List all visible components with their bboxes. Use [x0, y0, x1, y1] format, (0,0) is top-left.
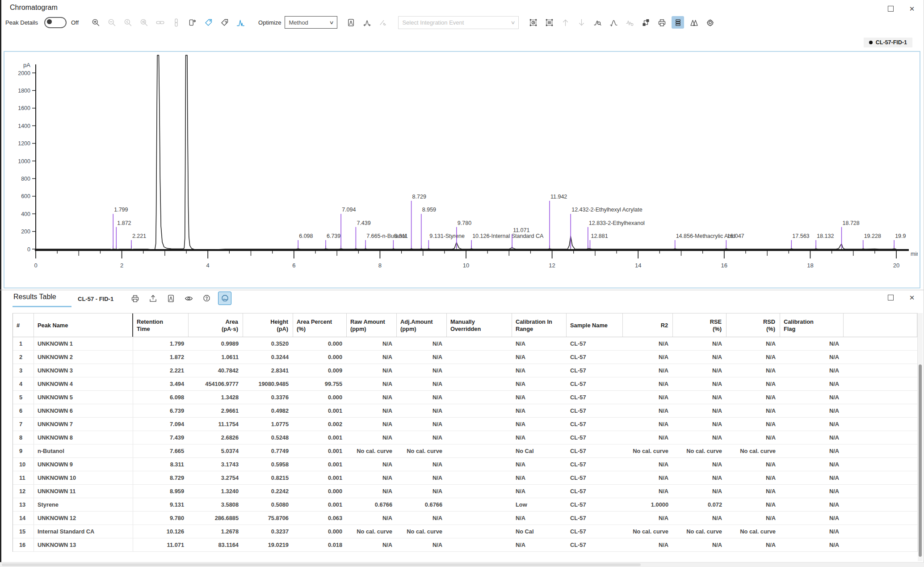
table-row[interactable]: 7UNKNOWN 77.09411.17541.07750.002N/AN/AN… — [13, 418, 917, 431]
column-header-sample-name[interactable]: Sample Name — [567, 313, 623, 337]
column-header-peak-name[interactable]: Peak Name — [34, 313, 133, 337]
table-row[interactable]: 15Internal Standard CA10.1261.26780.3237… — [13, 525, 917, 538]
table-cell: N/A — [512, 418, 567, 431]
export-icon[interactable] — [147, 292, 159, 305]
peak-marker-label: 9.780 — [458, 220, 471, 226]
table-cell: N/A — [727, 485, 780, 498]
table-cell: N/A — [512, 377, 567, 390]
tag-peaks-icon[interactable] — [202, 16, 214, 29]
table-cell: 0.3244 — [243, 351, 293, 364]
settings-gear-icon[interactable] — [704, 16, 716, 29]
column-header-adj-amount[interactable]: Adj.Amount(ppm) — [397, 313, 447, 337]
table-row[interactable]: 16UNKNOWN 1311.07183.116419.02190.018N/A… — [13, 538, 917, 552]
manual-integration-icon — [377, 16, 389, 29]
horizontal-scrollbar-thumb[interactable] — [2, 563, 641, 566]
peak-box-icon[interactable] — [164, 292, 177, 305]
table-cell: 19.0219 — [243, 538, 293, 551]
column-header-height[interactable]: Height(pA) — [243, 313, 293, 337]
peak-labels-icon[interactable] — [234, 16, 247, 29]
table-cell: UNKNOWN 7 — [34, 418, 133, 431]
table-row[interactable]: 14UNKNOWN 129.780286.688575.87060.063N/A… — [13, 512, 917, 525]
table-row[interactable]: 5UNKNOWN 56.0981.34280.33760.000N/AN/AN/… — [13, 391, 917, 404]
table-cell: N/A — [512, 431, 567, 444]
tag-settings-icon[interactable] — [218, 16, 231, 29]
table-row[interactable]: 12UNKNOWN 118.9591.32400.22420.000N/AN/A… — [13, 485, 917, 498]
integration-event-dropdown[interactable]: Select Integration Event ∨ — [398, 16, 519, 29]
peak-details-toggle[interactable] — [44, 17, 67, 28]
table-cell: N/A — [727, 471, 780, 484]
table-cell: CL-57 — [567, 458, 623, 471]
signal-legend-chip[interactable]: CL-57-FID-1 — [864, 38, 912, 47]
print-icon[interactable] — [655, 16, 668, 29]
table-cell — [447, 431, 512, 444]
table-cell: N/A — [347, 391, 397, 404]
table-cell: N/A — [512, 391, 567, 404]
events-list-icon[interactable] — [543, 16, 555, 29]
optimize-method-dropdown[interactable]: Method ∨ — [285, 16, 337, 29]
column-header-raw-amount[interactable]: Raw Amount(ppm) — [347, 313, 397, 337]
column-header-area-percent[interactable]: Area Percent(%) — [293, 313, 347, 337]
peak-marker-label: 6.739 — [327, 233, 340, 239]
close-icon[interactable]: ✕ — [908, 4, 916, 13]
svg-text:1200: 1200 — [18, 140, 30, 147]
peak-width-icon[interactable] — [607, 16, 620, 29]
column-header-calibration-in[interactable]: Calibration InRange — [512, 313, 567, 337]
table-cell: 10 — [13, 458, 34, 471]
help-tag-icon[interactable] — [200, 292, 213, 305]
column-header-r2[interactable]: R2 — [623, 313, 673, 337]
vertical-scrollbar[interactable] — [918, 313, 923, 561]
table-row[interactable]: 2UNKNOWN 21.8721.06110.32440.000N/AN/AN/… — [13, 351, 917, 364]
table-row[interactable]: 13Styrene9.1313.58080.50800.0010.67660.6… — [13, 498, 917, 512]
results-table-header: #Peak NameRetentionTimeArea(pA·s)Height(… — [13, 313, 917, 337]
copy-to-window-icon[interactable] — [186, 16, 198, 29]
table-cell — [844, 512, 917, 525]
table-row[interactable]: 10UNKNOWN 98.3113.17430.59580.001N/AN/AN… — [13, 458, 917, 471]
table-row[interactable]: 9n-Butanol7.6655.03740.77490.001No cal. … — [13, 444, 917, 458]
table-row[interactable]: 4UNKNOWN 43.494454106.977719080.948599.7… — [13, 377, 917, 391]
horizontal-scrollbar[interactable] — [0, 562, 924, 567]
peak-marker-label: 7.439 — [357, 220, 370, 226]
linked-views-icon[interactable] — [639, 16, 652, 29]
stacked-view-icon[interactable] — [672, 16, 684, 29]
close-icon[interactable]: ✕ — [908, 293, 916, 301]
table-row[interactable]: 3UNKNOWN 32.22140.78422.83410.009N/AN/AN… — [13, 364, 917, 377]
svg-text:0: 0 — [27, 246, 30, 253]
overlay-view-icon[interactable] — [688, 16, 700, 29]
table-cell: N/A — [780, 351, 844, 364]
column-header-rse[interactable]: RSE(%) — [673, 313, 727, 337]
peak-explorer-icon[interactable] — [591, 16, 604, 29]
column-header-calibration[interactable]: CalibrationFlag — [780, 313, 844, 337]
table-row[interactable]: 8UNKNOWN 87.4392.68260.52480.001N/AN/AN/… — [13, 431, 917, 444]
table-cell: 0.3237 — [243, 525, 293, 538]
column-header-area[interactable]: Area(pA·s) — [189, 313, 243, 337]
table-cell: UNKNOWN 5 — [34, 391, 133, 404]
column-header-rsd[interactable]: RSD(%) — [727, 313, 780, 337]
table-row[interactable]: 1UNKNOWN 11.7990.99890.35200.000N/AN/AN/… — [13, 337, 917, 351]
table-cell: 1.0000 — [623, 498, 673, 511]
results-signal-label: CL-57 - FID-1 — [78, 296, 113, 302]
chromatogram-plot[interactable]: 0200400600800100012001400160018002000pA0… — [4, 52, 918, 286]
table-cell: 0.001 — [293, 431, 347, 444]
peak-baseline-icon[interactable] — [344, 16, 357, 29]
add-peak-icon[interactable] — [361, 16, 373, 29]
table-cell — [844, 485, 917, 498]
column-header--[interactable]: # — [13, 313, 34, 337]
integration-tools-group — [343, 16, 391, 29]
table-row[interactable]: 11UNKNOWN 108.7293.27540.82150.001N/AN/A… — [13, 471, 917, 485]
table-cell: N/A — [673, 351, 727, 364]
svg-text:600: 600 — [21, 193, 30, 199]
zoom-in-icon[interactable] — [89, 16, 102, 29]
table-cell: 1.2678 — [189, 525, 243, 538]
print-icon[interactable] — [129, 292, 141, 305]
preview-eye-icon[interactable] — [182, 292, 195, 305]
maximize-icon[interactable] — [886, 4, 895, 13]
annotations-icon[interactable] — [218, 292, 231, 305]
maximize-icon[interactable] — [886, 293, 895, 301]
table-cell: Styrene — [34, 498, 133, 511]
column-header-manually[interactable]: ManuallyOverridden — [447, 313, 512, 337]
table-row[interactable]: 6UNKNOWN 66.7392.96610.49820.001N/AN/AN/… — [13, 404, 917, 418]
integration-events-icon[interactable] — [527, 16, 539, 29]
vertical-scrollbar-thumb[interactable] — [919, 364, 922, 557]
column-header-retention[interactable]: RetentionTime — [133, 313, 189, 337]
table-cell: n-Butanol — [34, 444, 133, 457]
